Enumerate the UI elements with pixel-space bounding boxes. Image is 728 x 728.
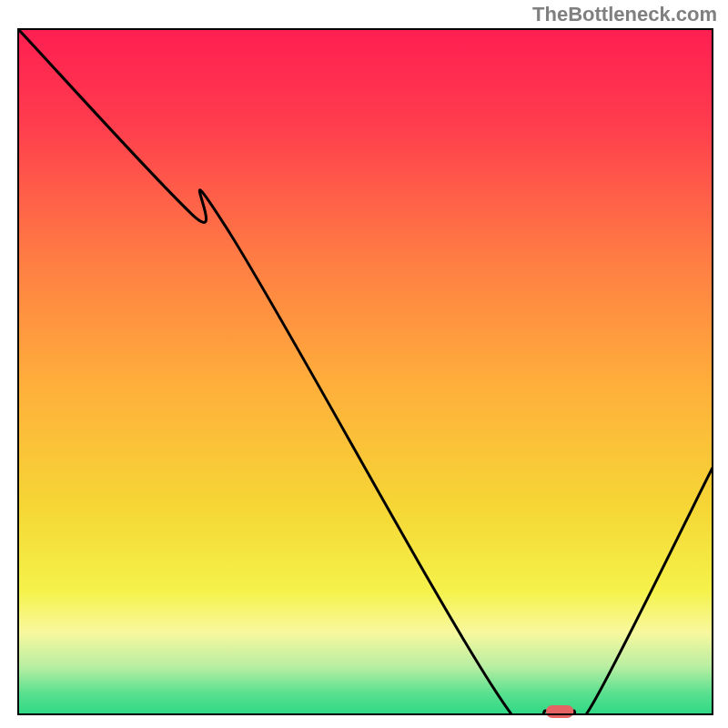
chart-background [18, 29, 713, 714]
optimal-marker [546, 705, 574, 718]
watermark-text: TheBottleneck.com [532, 3, 717, 26]
chart-svg [0, 0, 728, 728]
chart-container: TheBottleneck.com [0, 0, 728, 728]
